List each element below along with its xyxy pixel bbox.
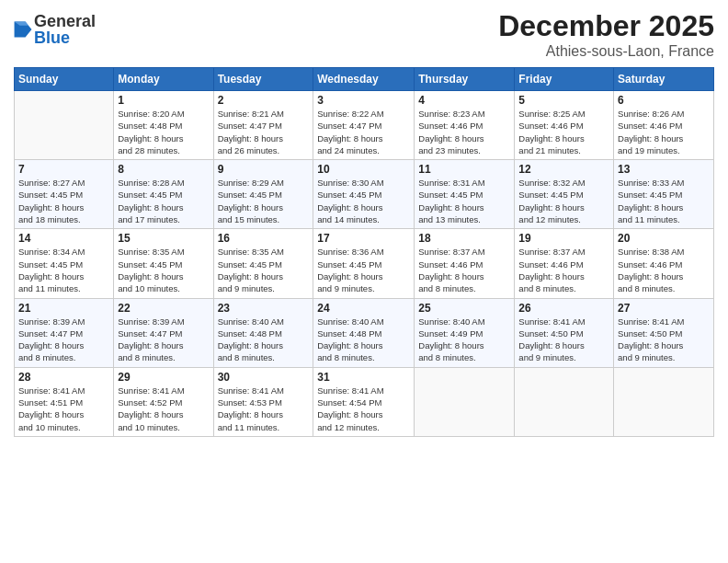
- calendar-cell: 24Sunrise: 8:40 AMSunset: 4:48 PMDayligh…: [313, 298, 415, 367]
- weekday-header-sunday: Sunday: [15, 68, 114, 91]
- logo-blue-text: Blue: [34, 29, 96, 46]
- calendar-week-5: 28Sunrise: 8:41 AMSunset: 4:51 PMDayligh…: [15, 367, 714, 436]
- calendar-cell: 22Sunrise: 8:39 AMSunset: 4:47 PMDayligh…: [114, 298, 213, 367]
- day-info: Sunrise: 8:41 AMSunset: 4:52 PMDaylight:…: [118, 385, 209, 433]
- calendar-cell: 11Sunrise: 8:31 AMSunset: 4:45 PMDayligh…: [415, 160, 515, 229]
- calendar-cell: 19Sunrise: 8:37 AMSunset: 4:46 PMDayligh…: [515, 229, 614, 298]
- day-info: Sunrise: 8:28 AMSunset: 4:45 PMDaylight:…: [118, 177, 209, 225]
- day-number: 20: [618, 232, 710, 245]
- day-info: Sunrise: 8:27 AMSunset: 4:45 PMDaylight:…: [18, 177, 109, 225]
- day-info: Sunrise: 8:33 AMSunset: 4:45 PMDaylight:…: [618, 177, 710, 225]
- day-info: Sunrise: 8:36 AMSunset: 4:45 PMDaylight:…: [317, 246, 410, 294]
- calendar-cell: 4Sunrise: 8:23 AMSunset: 4:46 PMDaylight…: [415, 91, 515, 160]
- day-info: Sunrise: 8:35 AMSunset: 4:45 PMDaylight:…: [218, 246, 310, 294]
- day-number: 4: [418, 94, 510, 107]
- logo-text: General Blue: [34, 13, 96, 46]
- header: General Blue December 2025 Athies-sous-L…: [14, 9, 714, 60]
- day-info: Sunrise: 8:41 AMSunset: 4:54 PMDaylight:…: [317, 385, 410, 433]
- day-info: Sunrise: 8:20 AMSunset: 4:48 PMDaylight:…: [118, 108, 209, 156]
- day-info: Sunrise: 8:37 AMSunset: 4:46 PMDaylight:…: [518, 246, 609, 294]
- day-number: 27: [618, 302, 710, 315]
- calendar-week-3: 14Sunrise: 8:34 AMSunset: 4:45 PMDayligh…: [15, 229, 714, 298]
- day-info: Sunrise: 8:39 AMSunset: 4:47 PMDaylight:…: [18, 316, 109, 364]
- day-number: 18: [418, 232, 510, 245]
- calendar-cell: [15, 91, 114, 160]
- calendar-week-4: 21Sunrise: 8:39 AMSunset: 4:47 PMDayligh…: [15, 298, 714, 367]
- day-info: Sunrise: 8:26 AMSunset: 4:46 PMDaylight:…: [618, 108, 710, 156]
- day-info: Sunrise: 8:25 AMSunset: 4:46 PMDaylight:…: [518, 108, 609, 156]
- day-info: Sunrise: 8:40 AMSunset: 4:49 PMDaylight:…: [418, 316, 510, 364]
- calendar-cell: 18Sunrise: 8:37 AMSunset: 4:46 PMDayligh…: [415, 229, 515, 298]
- day-info: Sunrise: 8:34 AMSunset: 4:45 PMDaylight:…: [18, 246, 109, 294]
- day-number: 7: [18, 163, 109, 176]
- day-number: 13: [618, 163, 710, 176]
- weekday-header-friday: Friday: [515, 68, 614, 91]
- day-number: 24: [317, 302, 410, 315]
- day-info: Sunrise: 8:35 AMSunset: 4:45 PMDaylight:…: [118, 246, 209, 294]
- calendar-cell: [614, 367, 714, 436]
- day-number: 2: [218, 94, 310, 107]
- day-number: 8: [118, 163, 209, 176]
- day-info: Sunrise: 8:40 AMSunset: 4:48 PMDaylight:…: [317, 316, 410, 364]
- day-info: Sunrise: 8:31 AMSunset: 4:45 PMDaylight:…: [418, 177, 510, 225]
- logo-general-text: General: [34, 13, 96, 29]
- calendar-cell: 25Sunrise: 8:40 AMSunset: 4:49 PMDayligh…: [415, 298, 515, 367]
- weekday-header-monday: Monday: [114, 68, 213, 91]
- calendar-cell: 13Sunrise: 8:33 AMSunset: 4:45 PMDayligh…: [614, 160, 714, 229]
- calendar-cell: 17Sunrise: 8:36 AMSunset: 4:45 PMDayligh…: [313, 229, 415, 298]
- day-info: Sunrise: 8:38 AMSunset: 4:46 PMDaylight:…: [618, 246, 710, 294]
- calendar-header: SundayMondayTuesdayWednesdayThursdayFrid…: [15, 68, 714, 91]
- calendar-cell: 3Sunrise: 8:22 AMSunset: 4:47 PMDaylight…: [313, 91, 415, 160]
- calendar-cell: 9Sunrise: 8:29 AMSunset: 4:45 PMDaylight…: [213, 160, 313, 229]
- calendar-cell: 20Sunrise: 8:38 AMSunset: 4:46 PMDayligh…: [614, 229, 714, 298]
- day-number: 26: [518, 302, 609, 315]
- calendar-cell: 1Sunrise: 8:20 AMSunset: 4:48 PMDaylight…: [114, 91, 213, 160]
- day-info: Sunrise: 8:23 AMSunset: 4:46 PMDaylight:…: [418, 108, 510, 156]
- day-number: 17: [317, 232, 410, 245]
- calendar-body: 1Sunrise: 8:20 AMSunset: 4:48 PMDaylight…: [15, 91, 714, 437]
- calendar-cell: 31Sunrise: 8:41 AMSunset: 4:54 PMDayligh…: [313, 367, 415, 436]
- day-number: 19: [518, 232, 609, 245]
- month-title: December 2025: [498, 9, 714, 43]
- title-block: December 2025 Athies-sous-Laon, France: [498, 9, 714, 60]
- calendar-cell: [415, 367, 515, 436]
- day-info: Sunrise: 8:41 AMSunset: 4:50 PMDaylight:…: [618, 316, 710, 364]
- day-info: Sunrise: 8:21 AMSunset: 4:47 PMDaylight:…: [218, 108, 310, 156]
- day-number: 29: [118, 371, 209, 384]
- day-number: 16: [218, 232, 310, 245]
- day-number: 23: [218, 302, 310, 315]
- day-number: 6: [618, 94, 710, 107]
- calendar-cell: 23Sunrise: 8:40 AMSunset: 4:48 PMDayligh…: [213, 298, 313, 367]
- location-subtitle: Athies-sous-Laon, France: [498, 43, 714, 60]
- day-number: 30: [218, 371, 310, 384]
- calendar-cell: 12Sunrise: 8:32 AMSunset: 4:45 PMDayligh…: [515, 160, 614, 229]
- calendar-cell: 8Sunrise: 8:28 AMSunset: 4:45 PMDaylight…: [114, 160, 213, 229]
- day-number: 14: [18, 232, 109, 245]
- day-number: 12: [518, 163, 609, 176]
- calendar-cell: 30Sunrise: 8:41 AMSunset: 4:53 PMDayligh…: [213, 367, 313, 436]
- calendar-cell: 6Sunrise: 8:26 AMSunset: 4:46 PMDaylight…: [614, 91, 714, 160]
- day-number: 9: [218, 163, 310, 176]
- day-number: 31: [317, 371, 410, 384]
- calendar-cell: 10Sunrise: 8:30 AMSunset: 4:45 PMDayligh…: [313, 160, 415, 229]
- day-number: 15: [118, 232, 209, 245]
- day-info: Sunrise: 8:22 AMSunset: 4:47 PMDaylight:…: [317, 108, 410, 156]
- weekday-row: SundayMondayTuesdayWednesdayThursdayFrid…: [15, 68, 714, 91]
- day-info: Sunrise: 8:41 AMSunset: 4:53 PMDaylight:…: [218, 385, 310, 433]
- day-info: Sunrise: 8:32 AMSunset: 4:45 PMDaylight:…: [518, 177, 609, 225]
- calendar-cell: 2Sunrise: 8:21 AMSunset: 4:47 PMDaylight…: [213, 91, 313, 160]
- logo: General Blue: [14, 13, 96, 46]
- day-info: Sunrise: 8:29 AMSunset: 4:45 PMDaylight:…: [218, 177, 310, 225]
- day-number: 22: [118, 302, 209, 315]
- day-number: 1: [118, 94, 209, 107]
- day-info: Sunrise: 8:39 AMSunset: 4:47 PMDaylight:…: [118, 316, 209, 364]
- weekday-header-tuesday: Tuesday: [213, 68, 313, 91]
- calendar-cell: 16Sunrise: 8:35 AMSunset: 4:45 PMDayligh…: [213, 229, 313, 298]
- weekday-header-saturday: Saturday: [614, 68, 714, 91]
- calendar-cell: [515, 367, 614, 436]
- day-number: 3: [317, 94, 410, 107]
- day-number: 10: [317, 163, 410, 176]
- calendar-cell: 15Sunrise: 8:35 AMSunset: 4:45 PMDayligh…: [114, 229, 213, 298]
- day-info: Sunrise: 8:37 AMSunset: 4:46 PMDaylight:…: [418, 246, 510, 294]
- calendar-cell: 21Sunrise: 8:39 AMSunset: 4:47 PMDayligh…: [15, 298, 114, 367]
